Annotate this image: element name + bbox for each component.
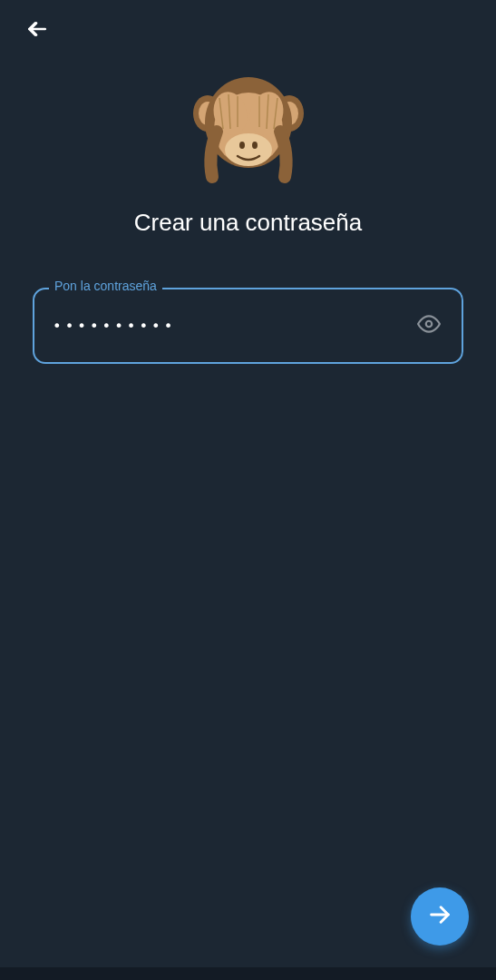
next-button[interactable] [411,887,469,946]
back-arrow-icon [24,17,48,44]
bottom-nav-bar [0,967,496,980]
svg-point-9 [252,142,258,149]
svg-point-8 [239,142,245,149]
toggle-password-visibility-button[interactable] [414,311,443,340]
illustration-container [0,64,496,191]
see-no-evil-monkey-icon [185,64,312,191]
svg-point-12 [426,321,433,328]
password-input-label: Pon la contraseña [49,279,162,293]
arrow-right-icon [427,902,452,931]
password-input-wrapper[interactable]: •••••••••• [33,288,463,364]
back-button[interactable] [22,16,51,45]
password-input-container: Pon la contraseña •••••••••• [33,288,463,364]
svg-point-7 [225,133,272,166]
eye-icon [417,312,441,339]
page-title: Crear una contraseña [0,209,496,237]
password-field[interactable]: •••••••••• [53,318,414,335]
